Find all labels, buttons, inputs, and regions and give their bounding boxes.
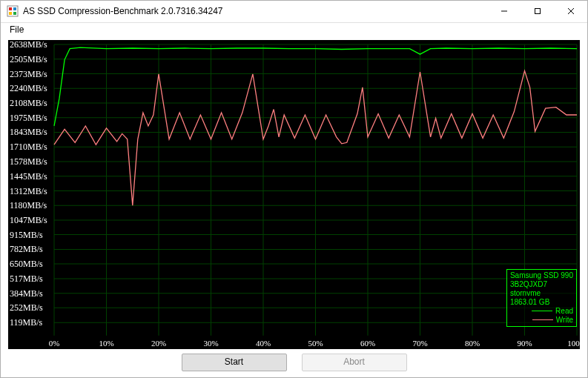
svg-text:1445MB/s: 1445MB/s — [10, 170, 47, 181]
chart-area: 119MB/s252MB/s384MB/s517MB/s650MB/s782MB… — [8, 40, 580, 349]
svg-text:517MB/s: 517MB/s — [10, 273, 43, 283]
svg-rect-2 — [13, 7, 16, 10]
bottom-bar: Start Abort — [1, 352, 587, 378]
legend-read-row: Read — [510, 307, 573, 316]
legend-capacity: 1863.01 GB — [510, 298, 573, 307]
svg-text:80%: 80% — [465, 338, 480, 347]
svg-text:60%: 60% — [360, 338, 375, 347]
minimize-button[interactable] — [487, 1, 521, 22]
legend-box: Samsung SSD 990 3B2QJXD7 stornvme 1863.0… — [506, 269, 577, 327]
svg-text:252MB/s: 252MB/s — [10, 302, 43, 313]
legend-write-row: Write — [510, 316, 573, 325]
legend-driver: stornvme — [510, 289, 573, 298]
svg-rect-4 — [13, 12, 16, 15]
svg-text:1180MB/s: 1180MB/s — [10, 200, 47, 210]
legend-read-label: Read — [555, 307, 573, 316]
svg-text:1975MB/s: 1975MB/s — [10, 112, 47, 122]
menu-file[interactable]: File — [5, 23, 28, 36]
maximize-button[interactable] — [521, 1, 554, 22]
svg-text:1843MB/s: 1843MB/s — [10, 127, 47, 137]
svg-text:70%: 70% — [412, 338, 427, 347]
app-icon — [7, 5, 19, 17]
close-button[interactable] — [554, 1, 587, 22]
svg-rect-1 — [9, 7, 12, 10]
svg-text:2240MB/s: 2240MB/s — [10, 83, 47, 93]
svg-text:20%: 20% — [151, 338, 166, 347]
svg-text:650MB/s: 650MB/s — [10, 259, 43, 269]
svg-text:2638MB/s: 2638MB/s — [10, 40, 47, 50]
svg-rect-6 — [535, 9, 540, 14]
svg-text:0%: 0% — [49, 338, 60, 347]
legend-revision: 3B2QJXD7 — [510, 280, 573, 289]
svg-text:10%: 10% — [99, 338, 113, 347]
svg-text:100%: 100% — [567, 338, 580, 347]
window-controls — [487, 1, 587, 22]
abort-button: Abort — [302, 354, 407, 371]
svg-text:1578MB/s: 1578MB/s — [10, 156, 47, 166]
svg-text:2373MB/s: 2373MB/s — [10, 68, 47, 79]
titlebar: AS SSD Compression-Benchmark 2.0.7316.34… — [1, 1, 587, 23]
svg-text:1312MB/s: 1312MB/s — [10, 185, 47, 196]
app-window: AS SSD Compression-Benchmark 2.0.7316.34… — [0, 0, 588, 378]
svg-text:90%: 90% — [517, 338, 532, 347]
svg-text:915MB/s: 915MB/s — [10, 229, 43, 239]
svg-text:119MB/s: 119MB/s — [10, 317, 43, 328]
svg-text:50%: 50% — [308, 338, 323, 347]
svg-text:40%: 40% — [256, 338, 271, 347]
svg-text:384MB/s: 384MB/s — [10, 288, 43, 298]
svg-text:1047MB/s: 1047MB/s — [10, 214, 47, 225]
svg-text:30%: 30% — [203, 338, 218, 347]
svg-rect-9 — [8, 40, 580, 349]
svg-rect-3 — [9, 12, 12, 15]
svg-text:2108MB/s: 2108MB/s — [10, 97, 47, 107]
svg-text:2505MB/s: 2505MB/s — [10, 53, 47, 64]
legend-device: Samsung SSD 990 — [510, 271, 573, 280]
svg-text:1710MB/s: 1710MB/s — [10, 142, 47, 152]
legend-write-label: Write — [556, 316, 573, 325]
legend-write-line — [532, 319, 553, 320]
window-title: AS SSD Compression-Benchmark 2.0.7316.34… — [23, 6, 487, 16]
svg-text:782MB/s: 782MB/s — [10, 244, 43, 254]
legend-read-line — [532, 311, 552, 311]
start-button[interactable]: Start — [182, 354, 287, 371]
menubar: File — [1, 23, 587, 37]
chart-canvas: 119MB/s252MB/s384MB/s517MB/s650MB/s782MB… — [8, 40, 580, 349]
